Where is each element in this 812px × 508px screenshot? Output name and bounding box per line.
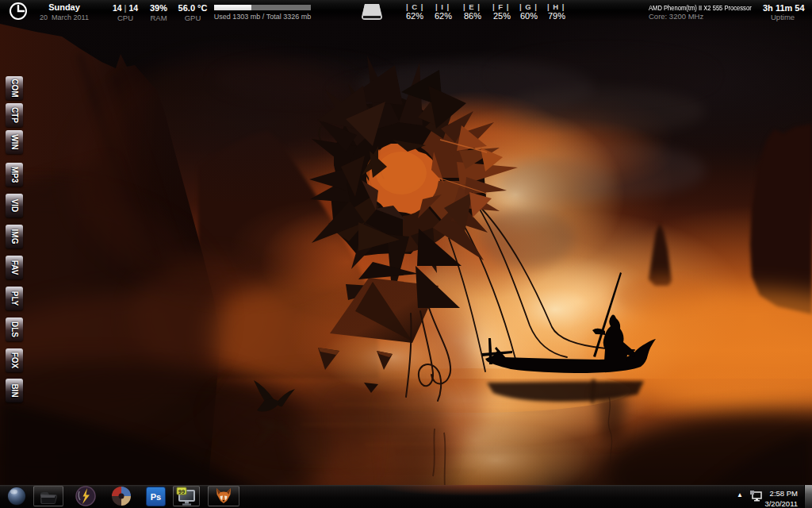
svg-text:99: 99 [178,488,185,495]
